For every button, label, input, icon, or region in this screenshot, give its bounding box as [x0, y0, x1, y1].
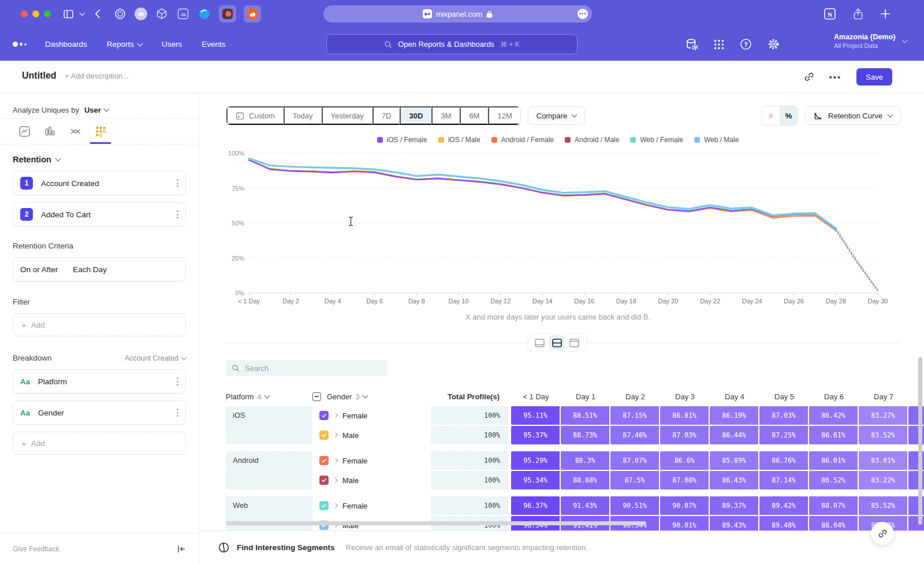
data-management-icon[interactable] [685, 38, 698, 51]
breakdown-scope-selector[interactable]: Account Created [125, 354, 186, 362]
range-button-yesterday[interactable]: Yesterday [322, 106, 372, 125]
horizontal-scrollbar[interactable] [226, 521, 646, 525]
range-button-30d[interactable]: 30D [400, 106, 431, 125]
more-options-icon[interactable] [177, 210, 178, 218]
tab-funnels[interactable] [39, 121, 60, 144]
sidebar-toggle-icon[interactable] [64, 10, 73, 18]
settings-gear-icon[interactable] [767, 38, 780, 50]
range-button-7d[interactable]: 7D [372, 106, 400, 125]
expand-row-icon[interactable] [333, 458, 338, 463]
layout-split-button[interactable] [549, 335, 564, 350]
global-search[interactable]: Open Reports & Dashboards ⌘ + K [326, 34, 578, 54]
compare-button[interactable]: Compare [528, 106, 585, 125]
retention-value-cell: 83.52% [859, 426, 908, 444]
row-checkbox[interactable] [319, 476, 329, 485]
maximize-window-button[interactable] [44, 10, 51, 17]
more-options-icon[interactable] [177, 409, 178, 417]
chart-type-selector[interactable]: Retention Curve [805, 106, 901, 125]
absolute-format-button[interactable]: # [762, 106, 780, 125]
add-breakdown-button[interactable]: +Add [13, 432, 186, 455]
share-icon[interactable] [853, 8, 863, 20]
range-button-12m[interactable]: 12M [488, 106, 520, 125]
legend-item[interactable]: Android / Female [491, 136, 554, 144]
address-bar[interactable]: mixpanel.com ••• [323, 5, 592, 23]
report-description-placeholder[interactable]: + Add description... [65, 72, 129, 80]
add-filter-button[interactable]: +Add [13, 313, 186, 336]
tab-cube-icon[interactable] [155, 7, 169, 21]
legend-item[interactable]: Web / Male [694, 136, 739, 144]
table-search[interactable] [226, 360, 388, 376]
help-icon[interactable]: ? [740, 38, 752, 50]
mixpanel-logo[interactable] [13, 42, 27, 47]
total-profiles-cell: 100% [431, 426, 511, 444]
retention-step-card[interactable]: 1Account Created [13, 171, 186, 195]
legend-item[interactable]: Web / Female [630, 136, 683, 144]
chevron-down-icon[interactable] [80, 10, 85, 16]
range-label: 12M [497, 112, 512, 120]
nav-item-dashboards[interactable]: Dashboards [45, 40, 87, 49]
range-button-3m[interactable]: 3M [431, 106, 460, 125]
tab-insights[interactable] [14, 121, 35, 144]
gender-column-header[interactable]: Gender3 [312, 392, 431, 401]
range-button-today[interactable]: Today [284, 106, 322, 125]
expand-row-icon[interactable] [333, 478, 338, 483]
tab-js-icon[interactable]: JS [176, 7, 190, 21]
apps-grid-icon[interactable] [714, 39, 724, 50]
legend-item[interactable]: Android / Male [565, 136, 619, 144]
breakdown-card-gender[interactable]: AaGender [13, 400, 186, 425]
tab-retention[interactable] [90, 121, 111, 144]
layout-chart-only-button[interactable] [532, 335, 547, 350]
project-switcher[interactable]: Amazonia {Demo} All Project Data [834, 33, 907, 49]
copy-link-icon[interactable] [804, 72, 814, 82]
legend-item[interactable]: iOS / Female [377, 136, 427, 144]
collapse-sidebar-icon[interactable] [177, 544, 186, 554]
vertical-scrollbar[interactable] [918, 357, 922, 525]
notion-extension-icon[interactable]: N [824, 8, 836, 20]
retention-step-card[interactable]: 2Added To Cart [13, 202, 186, 227]
expand-row-icon[interactable] [333, 433, 338, 437]
row-checkbox[interactable] [319, 501, 329, 510]
row-checkbox[interactable] [319, 431, 329, 440]
range-button-custom[interactable]: Custom [226, 106, 284, 125]
x-axis-tick: Day 18 [616, 298, 636, 305]
tab-flows[interactable] [65, 121, 85, 144]
share-report-floating-button[interactable] [871, 522, 894, 545]
url-more-icon[interactable]: ••• [578, 9, 588, 19]
expand-row-icon[interactable] [333, 413, 338, 418]
tab-active-red-app-icon[interactable] [219, 5, 236, 23]
back-icon[interactable] [95, 9, 100, 18]
save-button[interactable]: Save [856, 68, 892, 86]
row-checkbox[interactable] [319, 456, 329, 465]
analyze-entity-selector[interactable]: User [84, 106, 101, 114]
nav-item-users[interactable]: Users [162, 40, 182, 49]
criteria-interval[interactable]: Each Day [73, 265, 107, 274]
range-button-6m[interactable]: 6M [460, 106, 488, 125]
tab-avatar-m-icon[interactable]: m [135, 8, 147, 20]
give-feedback-link[interactable]: Give Feedback [13, 545, 59, 553]
report-title[interactable]: Untitled [22, 70, 57, 81]
layout-table-only-button[interactable] [567, 335, 582, 350]
retention-section-label[interactable]: Retention [13, 155, 51, 164]
more-options-icon[interactable] [177, 179, 178, 187]
row-checkbox[interactable] [319, 411, 329, 420]
tab-globe-icon[interactable] [198, 7, 211, 21]
nav-item-events[interactable]: Events [202, 40, 225, 49]
select-all-checkbox[interactable] [312, 392, 321, 401]
close-window-button[interactable] [21, 10, 28, 17]
expand-row-icon[interactable] [333, 503, 338, 508]
find-segments-button[interactable]: Find Interesting Segments [237, 543, 335, 552]
minimize-window-button[interactable] [32, 10, 39, 17]
retention-criteria-card[interactable]: On or After Each Day [13, 257, 186, 281]
nav-item-reports[interactable]: Reports [107, 40, 142, 49]
breakdown-card-platform[interactable]: AaPlatform [13, 369, 186, 394]
criteria-condition[interactable]: On or After [20, 265, 58, 274]
percent-format-button[interactable]: % [780, 106, 798, 125]
platform-column-header[interactable]: Platform4 [226, 392, 312, 401]
table-search-input[interactable] [245, 364, 372, 373]
tab-ring-icon[interactable] [113, 7, 127, 21]
more-options-icon[interactable]: ••• [829, 72, 842, 82]
tab-soundcloud-icon[interactable] [244, 5, 261, 23]
legend-item[interactable]: iOS / Male [438, 136, 480, 144]
more-options-icon[interactable] [177, 377, 178, 385]
new-tab-icon[interactable] [880, 9, 891, 19]
